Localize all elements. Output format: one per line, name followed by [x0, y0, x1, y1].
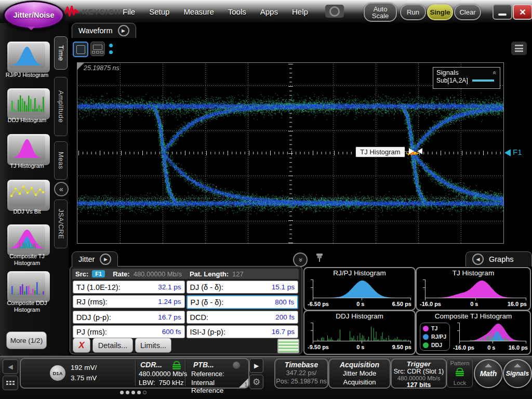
measurement-cell-isij[interactable]: ISI-J (p-p):16.7 ps	[187, 325, 299, 338]
run-button[interactable]: Run	[400, 4, 426, 20]
signals-legend-box[interactable]: Signals « Sub[1A,2A]	[433, 67, 500, 89]
view-options-dot-icon[interactable]	[109, 44, 113, 47]
close-measurement-button[interactable]: X	[73, 338, 90, 353]
scroll-left-button[interactable]: ◀	[3, 360, 18, 374]
menu-setup[interactable]: Setup	[149, 7, 169, 16]
menu-tools[interactable]: Tools	[228, 7, 246, 16]
eye-diagram-plot[interactable]: 25.19875 ns Signals « Sub[1A,2A] TJ Hist…	[77, 62, 504, 244]
minimize-button[interactable]	[493, 4, 512, 20]
waveform-play-icon[interactable]: ▶	[118, 25, 129, 36]
measurement-cell-pj-dd[interactable]: PJ (δ - δ):800 fs	[187, 295, 299, 309]
sidebar-item-ddj-histogram[interactable]	[7, 88, 50, 119]
graph-axis-labels: -6.50 ps0 s6.50 ps	[308, 301, 411, 307]
tab-graphs[interactable]: ◀ Graphs	[466, 251, 532, 267]
camera-icon[interactable]	[325, 5, 344, 18]
single-view-button[interactable]	[73, 42, 88, 57]
close-button[interactable]: ✕	[513, 4, 532, 20]
measurement-cell-dj[interactable]: DJ (δ - δ):15.1 ps	[187, 281, 299, 294]
details-button[interactable]: Details...	[92, 338, 133, 353]
timebase-title: Timebase	[275, 361, 327, 369]
channel-d1a-badge[interactable]: D1A	[50, 365, 65, 381]
channel-offset[interactable]: 3.75 mV	[71, 374, 97, 382]
sidebar-item-ddj-vs-bit[interactable]	[7, 180, 50, 211]
math-button[interactable]: Math	[474, 359, 503, 388]
src-f1-badge[interactable]: F1	[92, 270, 105, 277]
tab-meas[interactable]: Meas	[54, 141, 68, 180]
channel-scale[interactable]: 192 mV/	[71, 364, 97, 371]
tj-histogram-marker-label[interactable]: TJ Histogram	[355, 147, 405, 157]
pin-icon[interactable]	[316, 254, 323, 262]
graph-ddj-histogram[interactable]: DDJ Histogram -9.50 ps0 s9.50 ps	[303, 310, 416, 355]
minimize-icon	[498, 14, 507, 16]
f1-marker-label: F1	[513, 148, 522, 156]
split-view-button[interactable]	[90, 42, 105, 56]
graph-axis-labels: -9.50 ps0 s9.50 ps	[308, 344, 411, 350]
tab-jitter[interactable]: Jitter ▶	[72, 251, 118, 267]
app-mode-label: Jitter/Noise	[14, 11, 55, 19]
menu-measure[interactable]: Measure	[183, 7, 214, 16]
cdr-lbw: LBW: 750 kHz	[139, 379, 184, 387]
panel-page-dots[interactable]	[120, 391, 147, 394]
settings-gear-icon[interactable]: ⚙	[249, 375, 263, 389]
measurement-cell-ddj[interactable]: DDJ (p-p):16.7 ps	[73, 311, 185, 324]
app-mode-button[interactable]: Jitter/Noise	[3, 1, 64, 30]
brand-name: KEYSIGHT	[82, 7, 126, 16]
tab-waveform[interactable]: Waveform ▶	[72, 23, 136, 38]
auto-scale-button[interactable]: Auto Scale	[364, 3, 397, 22]
trigger-panel[interactable]: Trigger Src: CDR (Slot 1) 480.00000 Mb/s…	[391, 358, 447, 389]
measurement-cell-pj-rms[interactable]: PJ (rms):600 fs	[73, 325, 185, 338]
timebase-scale: 347.22 ps/	[275, 369, 327, 377]
trigger-rate: 480.00000 Mb/s	[392, 375, 446, 381]
sidebar-item-composite-ddj-histogram[interactable]	[7, 271, 50, 302]
measurement-cell-tj[interactable]: TJ (1.0E-12):32.1 ps	[73, 281, 185, 294]
tab-jsa-cre[interactable]: JSA/CRE	[54, 200, 68, 248]
sidebar-item-rjpj-histogram[interactable]	[7, 42, 50, 73]
menu-file[interactable]: File	[123, 7, 135, 16]
marker-arrow-left-icon	[417, 148, 422, 154]
menu-apps[interactable]: Apps	[260, 7, 278, 16]
trigger-source: Src: CDR (Slot 1)	[392, 368, 446, 375]
timebase-panel[interactable]: Timebase 347.22 ps/ Pos: 25.19875 ns	[274, 358, 328, 389]
graphs-play-icon[interactable]: ◀	[472, 254, 484, 265]
pattern-length-value: 127	[232, 270, 244, 278]
signal-color-swatch	[472, 79, 494, 82]
waveform-tab-label: Waveform	[78, 26, 113, 35]
collapse-chevron-icon[interactable]: «	[491, 71, 499, 74]
view-options-dot-icon[interactable]	[109, 50, 113, 54]
jitter-play-icon[interactable]: ▶	[100, 254, 111, 265]
trigger-bits: 127 bits	[392, 381, 446, 389]
eye-diagram-canvas[interactable]	[77, 63, 503, 243]
brand-logo: KEYSIGHT	[64, 0, 126, 23]
panel-grid-button[interactable]	[3, 376, 18, 390]
composite-ddj-histogram-icon	[9, 273, 45, 298]
panel-collapse-button[interactable]: «	[293, 252, 308, 267]
signals-button[interactable]: Signals	[503, 359, 532, 388]
waveform-menu-button[interactable]	[511, 42, 527, 55]
graph-tj-histogram[interactable]: TJ Histogram -16.0 ps0 s16.0 ps	[416, 267, 531, 311]
graph-composite-tj-histogram[interactable]: Composite TJ Histogram TJ RJ/PJ DDJ -16.…	[416, 310, 531, 355]
signals-legend-title: Signals	[436, 69, 459, 76]
sidebar-collapse-icon[interactable]: «	[54, 182, 69, 196]
measurement-cell-rj[interactable]: RJ (rms):1.24 ps	[73, 295, 185, 308]
sidebar-item-composite-tj-histogram[interactable]	[7, 224, 50, 256]
cdr-panel-title[interactable]: CDR...	[140, 361, 162, 369]
sidebar-item-tj-histogram[interactable]	[7, 134, 50, 165]
rjpj-legend-dot	[423, 334, 429, 340]
acquisition-type: Acquisition	[329, 378, 390, 386]
tab-time[interactable]: Time	[54, 36, 68, 70]
clear-button[interactable]: Clear	[454, 4, 481, 20]
tab-amplitude[interactable]: Amplitude	[54, 77, 68, 136]
graph-rjpj-histogram[interactable]: RJ/PJ Histogram -6.50 ps0 s6.50 ps	[303, 267, 416, 311]
ptb-panel-title[interactable]: PTB...	[193, 361, 214, 369]
scroll-right-button[interactable]: ▶	[249, 358, 263, 373]
measurement-cell-dcd[interactable]: DCD:200 fs	[187, 311, 299, 324]
single-button[interactable]: Single	[427, 4, 453, 20]
result-list-icon[interactable]	[277, 339, 299, 353]
limits-button[interactable]: Limits...	[135, 338, 171, 353]
more-button[interactable]: More (1/2)	[6, 331, 47, 349]
menu-help[interactable]: Help	[292, 7, 308, 16]
f1-marker-icon[interactable]	[504, 149, 511, 156]
app-mode-dropdown-icon[interactable]	[27, 26, 35, 30]
acquisition-panel[interactable]: Acquisition Jitter Mode Acquisition	[328, 358, 391, 389]
cdr-rate: 480.00000 Mb/s	[139, 370, 187, 378]
